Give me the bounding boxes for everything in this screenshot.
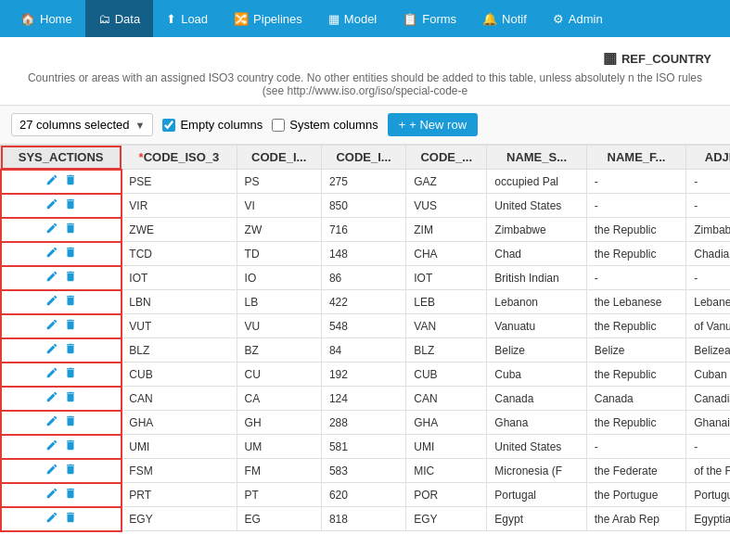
table-cell-code_i1: VU [237,314,321,338]
delete-icon[interactable] [64,222,77,237]
table-cell-code_i1: GH [237,411,321,435]
table-cell-code_iso_3: VUT [122,314,237,338]
table-cell-code_i1: ZW [237,218,321,242]
delete-icon[interactable] [64,197,77,213]
table-cell-code_iso_3: TCD [122,242,237,266]
table-cell-adjecti: - [686,435,730,459]
edit-icon[interactable] [45,342,58,358]
delete-icon[interactable] [64,439,77,454]
table-cell-code_: ZIM [406,218,487,242]
table-cell-adjecti: Egyptian [686,507,730,531]
empty-columns-checkbox-label[interactable]: Empty columns [162,118,263,132]
table-cell-name_s: Portugal [487,483,586,507]
table-cell-code_i2: 850 [321,194,405,218]
table-row: UMIUM581UMIUnited States--- [1,435,731,459]
col-code-i2: CODE_I... [321,146,405,170]
delete-icon[interactable] [64,270,77,286]
edit-icon[interactable] [45,414,58,430]
edit-icon[interactable] [45,222,58,237]
edit-icon[interactable] [45,173,58,189]
table-cell-code_i2: 148 [321,242,405,266]
table-cell-code_i2: 548 [321,314,405,338]
edit-icon[interactable] [45,246,58,261]
table-cell-code_iso_3: PRT [122,483,237,507]
nav-home[interactable]: 🏠 Home [7,0,85,37]
nav-forms-label: Forms [422,12,456,26]
table-cell-code_: POR [406,483,487,507]
delete-icon[interactable] [64,487,77,503]
sys-actions-cell [1,387,122,411]
edit-icon[interactable] [45,390,58,406]
edit-icon[interactable] [45,511,58,527]
new-row-button[interactable]: + + New row [388,113,478,136]
table-row: VUTVU548VANVanuatuthe Republicof Vanuatu… [1,314,731,338]
edit-icon[interactable] [45,439,58,454]
table-cell-code_i1: BZ [237,338,321,363]
edit-icon[interactable] [45,366,58,382]
nav-admin-label: Admin [569,12,603,26]
table-cell-name_f: the Arab Rep [586,507,686,531]
nav-admin[interactable]: ⚙ Admin [540,0,616,37]
edit-icon[interactable] [45,270,58,286]
delete-icon[interactable] [64,463,77,478]
data-table-wrapper: SYS_ACTIONS *CODE_ISO_3 CODE_I... CODE_I… [0,145,730,541]
sys-actions-cell [1,314,122,338]
empty-columns-label: Empty columns [180,118,263,132]
empty-columns-checkbox[interactable] [162,119,175,132]
table-cell-code_iso_3: BLZ [122,338,237,363]
nav-load[interactable]: ⬆ Load [153,0,221,37]
nav-model[interactable]: ▦ Model [315,0,390,37]
home-icon: 🏠 [20,12,35,26]
table-cell-code_i2: 583 [321,459,405,483]
table-cell-code_iso_3: PSE [122,170,237,194]
page-title: ▦ REF_COUNTRY [19,48,711,68]
table-scroll[interactable]: SYS_ACTIONS *CODE_ISO_3 CODE_I... CODE_I… [0,145,730,541]
table-cell-adjecti: Portuguese [686,483,730,507]
table-cell-code_i2: 620 [321,483,405,507]
edit-icon[interactable] [45,294,58,310]
delete-icon[interactable] [64,342,77,358]
chevron-down-icon: ▼ [135,120,146,131]
nav-pipelines[interactable]: 🔀 Pipelines [221,0,315,37]
delete-icon[interactable] [64,294,77,310]
system-columns-checkbox-label[interactable]: System columns [272,118,378,132]
description: Countries or areas with an assigned ISO3… [19,71,711,97]
edit-icon[interactable] [45,487,58,503]
table-cell-name_f: the Lebanese [586,290,686,314]
nav-data[interactable]: 🗂 Data [85,0,153,37]
table-cell-code_i1: UM [237,435,321,459]
table-cell-adjecti: Zimbabwean [686,218,730,242]
forms-icon: 📋 [403,12,417,26]
system-columns-checkbox[interactable] [272,119,285,132]
delete-icon[interactable] [64,366,77,382]
delete-icon[interactable] [64,173,77,189]
edit-icon[interactable] [45,318,58,334]
nav-notif[interactable]: 🔔 Notif [469,0,540,37]
table-cell-code_iso_3: CUB [122,363,237,387]
nav-forms[interactable]: 📋 Forms [390,0,469,37]
delete-icon[interactable] [64,246,77,261]
edit-icon[interactable] [45,197,58,213]
table-cell-code_: CUB [406,363,487,387]
nav-data-label: Data [115,12,140,26]
data-icon: 🗂 [98,12,110,26]
toolbar: 27 columns selected ▼ Empty columns Syst… [0,106,730,145]
delete-icon[interactable] [64,511,77,527]
col-sys-actions: SYS_ACTIONS [1,146,122,170]
edit-icon[interactable] [45,463,58,478]
table-cell-code_: VAN [406,314,487,338]
table-cell-code_iso_3: GHA [122,411,237,435]
table-row: LBNLB422LEBLebanonthe LebaneseLebaneseBe… [1,290,731,314]
table-row: GHAGH288GHAGhanathe RepublicGhanaianAcc [1,411,731,435]
navbar: 🏠 Home 🗂 Data ⬆ Load 🔀 Pipelines ▦ Model… [0,0,730,37]
table-cell-name_s: Belize [487,338,586,363]
col-code-iso3: *CODE_ISO_3 [122,146,237,170]
delete-icon[interactable] [64,414,77,430]
table-cell-adjecti: of Vanuatu, V [686,314,730,338]
table-cell-name_f: - [586,435,686,459]
delete-icon[interactable] [64,318,77,334]
table-cell-name_f: - [586,194,686,218]
delete-icon[interactable] [64,390,77,406]
columns-select-dropdown[interactable]: 27 columns selected ▼ [11,113,153,136]
table-cell-name_s: Canada [487,387,586,411]
